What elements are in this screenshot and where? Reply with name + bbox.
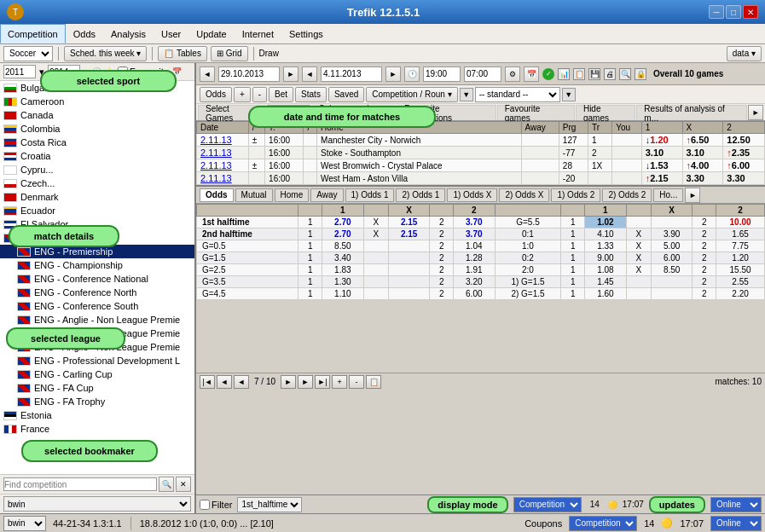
data-btn[interactable]: data ▾ — [727, 46, 762, 61]
list-item-colombia[interactable]: Colombia — [0, 122, 194, 136]
list-item-denmark[interactable]: Denmark — [0, 190, 194, 204]
odds-tab-home[interactable]: Home — [275, 188, 310, 202]
find-competition-input[interactable] — [3, 477, 157, 491]
saved-btn[interactable]: Saved — [328, 87, 364, 102]
time-settings-btn[interactable]: ⚙ — [505, 66, 520, 82]
menu-analysis[interactable]: Analysis — [103, 24, 154, 43]
list-item-eng-prodev[interactable]: ENG - Professional Development L — [0, 354, 194, 367]
online-bottom-select[interactable]: Online — [710, 516, 762, 531]
clear-search-btn[interactable]: ✕ — [176, 477, 191, 492]
competition-bottom-select[interactable]: Competition — [569, 516, 637, 531]
icon-btn3[interactable]: 💾 — [588, 68, 600, 80]
list-item-france[interactable]: France — [0, 422, 194, 436]
maximize-btn[interactable]: □ — [726, 5, 741, 19]
start-time-input[interactable] — [423, 66, 461, 82]
odds-tab-odds[interactable]: Odds — [200, 188, 234, 202]
end-date-input[interactable] — [321, 66, 382, 82]
year1-input[interactable] — [3, 65, 36, 78]
odds-btn[interactable]: Odds — [200, 87, 232, 102]
list-item-canada[interactable]: Canada — [0, 108, 194, 122]
match-date-link[interactable]: 2.11.13 — [200, 135, 232, 145]
tables-btn[interactable]: 📋 Tables — [158, 46, 207, 61]
nav-first-btn[interactable]: |◄ — [200, 375, 215, 389]
list-item-eng-carlingcup[interactable]: ENG - Carling Cup — [0, 367, 194, 381]
list-item-eng-confsouth[interactable]: ENG - Conference South — [0, 299, 194, 313]
odds-tab-away[interactable]: Away — [310, 188, 343, 202]
list-item-costarica[interactable]: Costa Rica — [0, 136, 194, 149]
list-item-eng-facup[interactable]: ENG - FA Cup — [0, 381, 194, 395]
icon-btn2[interactable]: 📋 — [573, 68, 585, 80]
odds-tab-2oddsx[interactable]: 2) Odds X — [499, 188, 549, 202]
start-date-input[interactable] — [218, 66, 280, 82]
icon-btn5[interactable]: 🔍 — [619, 68, 631, 80]
menu-odds[interactable]: Odds — [66, 24, 103, 43]
list-item-eng-confnational[interactable]: ENG - Conference National — [0, 272, 194, 286]
list-item-ecuador[interactable]: Ecuador — [0, 204, 194, 217]
next-date-btn[interactable]: ► — [283, 66, 298, 82]
odds-tab-1oddsx[interactable]: 1) Odds X — [447, 188, 497, 202]
nav-prev-btn[interactable]: ◄ — [217, 375, 232, 389]
search-btn[interactable]: 🔍 — [159, 477, 174, 492]
nav-last-btn[interactable]: ►| — [315, 375, 330, 389]
table-row[interactable]: 2.11.13 16:00 West Ham - Aston Villa -20… — [197, 172, 765, 185]
tab-scroll-right[interactable]: ► — [748, 105, 763, 120]
filter-select[interactable]: 1st_halftime — [237, 497, 302, 512]
standard-select[interactable]: -- standard -- — [475, 87, 560, 102]
sched-select[interactable]: Sched. this week ▾ — [64, 46, 147, 61]
table-row[interactable]: 2.11.13 ± 16:00 Manchester City - Norwic… — [197, 134, 765, 147]
odds-tab-2odds2[interactable]: 2) Odds 2 — [602, 188, 652, 202]
list-item-estonia[interactable]: Estonia — [0, 408, 194, 422]
menu-competition[interactable]: Competition — [0, 24, 66, 43]
competition-select[interactable]: Competition — [513, 497, 582, 512]
nav-add-btn[interactable]: + — [332, 375, 347, 389]
clock-btn[interactable]: 🕐 — [404, 66, 420, 82]
list-item-croatia[interactable]: Croatia — [0, 149, 194, 163]
match-date-link[interactable]: 2.11.13 — [200, 173, 232, 183]
icon-btn4[interactable]: 🖨 — [604, 68, 616, 80]
table-row[interactable]: 2.11.13 ± 16:00 West Bromwich - Crystal … — [197, 159, 765, 172]
stats-btn[interactable]: Stats — [295, 87, 327, 102]
odds-tab-scroll[interactable]: ► — [685, 188, 700, 203]
sport-select[interactable]: Soccer — [3, 46, 53, 61]
calendar-btn[interactable]: 📅 — [524, 66, 539, 82]
tab-results-analysis[interactable]: Results of analysis of m... — [636, 105, 747, 120]
nav-prev2-btn[interactable]: ◄ — [234, 375, 249, 389]
dropdown-icon[interactable]: ▼ — [562, 88, 576, 101]
nav-remove-btn[interactable]: - — [349, 375, 364, 389]
nav-next2-btn[interactable]: ► — [298, 375, 313, 389]
list-item-eng-confnorth[interactable]: ENG - Conference North — [0, 286, 194, 299]
odds-tab-1odds1[interactable]: 1) Odds 1 — [345, 188, 395, 202]
list-item-eng-nonleague1[interactable]: ENG - Anglie - Non League Premie — [0, 313, 194, 327]
list-item-cyprus[interactable]: Cypru... — [0, 163, 194, 176]
menu-update[interactable]: Update — [188, 24, 234, 43]
plus-btn[interactable]: + — [234, 87, 251, 102]
nav-next-btn[interactable]: ► — [281, 375, 296, 389]
competition-roun-btn[interactable]: Competition / Roun ▾ — [366, 87, 457, 102]
menu-settings[interactable]: Settings — [281, 24, 331, 43]
odds-tab-2odds1[interactable]: 2) Odds 1 — [396, 188, 445, 202]
menu-user[interactable]: User — [154, 24, 188, 43]
next-date2-btn[interactable]: ► — [385, 66, 401, 82]
tab-hide-games[interactable]: Hide games — [576, 105, 635, 120]
filter-icon[interactable]: ▼ — [460, 88, 473, 101]
odds-tab-mutual[interactable]: Mutual — [235, 188, 273, 202]
end-time-input[interactable] — [464, 66, 501, 82]
icon-btn6[interactable]: 🔒 — [635, 68, 646, 80]
odds-tab-1odds2[interactable]: 1) Odds 2 — [551, 188, 600, 202]
odds-tab-ho[interactable]: Ho... — [653, 188, 683, 202]
online-select[interactable]: Online — [710, 497, 762, 512]
list-item-czech[interactable]: Czech... — [0, 176, 194, 190]
nav-copy-btn[interactable]: 📋 — [366, 375, 381, 389]
minimize-btn[interactable]: ─ — [709, 5, 724, 19]
filter-checkbox[interactable]: Filter — [200, 500, 232, 510]
list-item-cameroon[interactable]: Cameroon — [0, 95, 194, 108]
tab-favourite-games[interactable]: Favourite games — [497, 105, 575, 120]
prev-date2-btn[interactable]: ◄ — [302, 66, 317, 82]
prev-date-btn[interactable]: ◄ — [200, 66, 215, 82]
grid-btn[interactable]: ⊞ Grid — [211, 46, 248, 61]
list-item-eng-fatrophy[interactable]: ENG - FA Trophy — [0, 395, 194, 408]
minus-btn[interactable]: - — [252, 87, 267, 102]
match-date-link[interactable]: 2.11.13 — [200, 160, 232, 171]
bet-btn[interactable]: Bet — [269, 87, 293, 102]
bwin-status-select[interactable]: bwin — [3, 516, 46, 531]
